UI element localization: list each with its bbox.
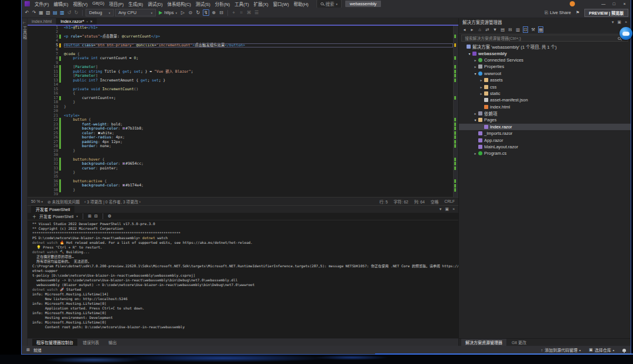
- maximize-button[interactable]: □: [609, 1, 619, 8]
- menu-item[interactable]: 编辑(E): [52, 1, 71, 7]
- terminal-settings-gear-icon[interactable]: ⚙: [108, 214, 111, 219]
- solution-explorer-search[interactable]: 搜索解决方案资源管理器(Ctrl+;) ▾: [461, 35, 628, 42]
- menu-item[interactable]: 调试(D): [145, 1, 165, 7]
- expander-closed-icon[interactable]: ▸: [479, 85, 484, 89]
- editor-tab[interactable]: Index.razor*▫×: [56, 18, 97, 25]
- preview-selected-icon[interactable]: ⊡: [523, 26, 528, 33]
- tree-item[interactable]: ▸assets: [459, 77, 631, 83]
- tree-item[interactable]: index.html: [459, 104, 631, 110]
- panel-tab[interactable]: 解决方案资源管理器: [461, 339, 506, 346]
- nav-back-icon[interactable]: ↶: [24, 10, 30, 15]
- home-icon[interactable]: ⌂: [477, 27, 482, 32]
- codelens-changes[interactable]: ‹ 3 项更改 | 0 名作者, 3 项更改 ›: [84, 199, 141, 205]
- menu-item[interactable]: 生成(B): [126, 1, 145, 7]
- float-panel-icon[interactable]: ▣: [617, 20, 621, 25]
- tree-item[interactable]: App.razor: [459, 137, 631, 143]
- save-icon[interactable]: ▤: [52, 10, 58, 15]
- expander-closed-icon[interactable]: ▸: [473, 151, 478, 155]
- switch-icon[interactable]: ▤: [500, 27, 505, 32]
- undo-icon[interactable]: ↺: [66, 10, 72, 15]
- attach-icon[interactable]: ⊕: [211, 10, 217, 15]
- expander-closed-icon[interactable]: ▸: [473, 64, 478, 69]
- tree-item[interactable]: asset-manifest.json: [459, 97, 631, 103]
- tree-item[interactable]: ▸Program.cs: [459, 150, 631, 157]
- close-icon[interactable]: ×: [90, 19, 93, 23]
- web-browser-icon[interactable]: ⊙: [188, 10, 193, 15]
- tree-item[interactable]: ▸Connected Services: [459, 57, 631, 63]
- expander-closed-icon[interactable]: ▸: [473, 58, 478, 62]
- editor-annotation-scrollbar[interactable]: [453, 26, 458, 197]
- new-project-icon[interactable]: ▦: [38, 10, 44, 15]
- hot-reload-icon[interactable]: ↯: [203, 9, 209, 16]
- tool-window-tab[interactable]: 程序包管理器控制台: [32, 339, 77, 346]
- tree-item[interactable]: ▾wwwroot: [459, 70, 631, 77]
- tree-item[interactable]: ▸依赖项: [459, 110, 631, 117]
- run-button[interactable]: ▶ https ▾: [157, 10, 179, 15]
- terminal-profile-label[interactable]: 开发者 PowerShell: [39, 213, 73, 219]
- quick-search-box[interactable]: 搜索 ▾: [316, 0, 342, 8]
- close-icon[interactable]: ×: [625, 20, 627, 25]
- menu-item[interactable]: 视图(V): [71, 1, 90, 7]
- eol-indicator[interactable]: CRLF: [444, 199, 455, 203]
- menu-item[interactable]: 扩展(X): [251, 1, 271, 7]
- menu-item[interactable]: 工具(T): [232, 1, 251, 7]
- expander-closed-icon[interactable]: ▸: [479, 78, 484, 82]
- back-icon[interactable]: ◂: [462, 27, 467, 32]
- tree-item[interactable]: ▸css: [459, 83, 631, 90]
- caret-col-indicator[interactable]: 列: 64: [414, 199, 425, 205]
- show-all-files-icon[interactable]: ▦: [538, 26, 543, 33]
- tree-item[interactable]: ▾webassembly: [459, 50, 631, 56]
- toolbox-tab-icon[interactable]: ⊢: [23, 21, 26, 25]
- new-terminal-icon[interactable]: ＋: [32, 213, 36, 219]
- tree-item[interactable]: MainLayout.razor: [459, 144, 631, 150]
- save-all-icon[interactable]: ▥: [59, 10, 65, 15]
- menu-item[interactable]: 文件(F): [32, 1, 52, 7]
- menu-item[interactable]: 分析(N): [213, 1, 232, 7]
- platform-dropdown[interactable]: Any CPU ▾: [115, 9, 156, 16]
- bookmark-next-icon[interactable]: ⌘: [246, 10, 252, 15]
- expander-open-icon[interactable]: ▾: [467, 52, 472, 56]
- tool-window-tab[interactable]: 错误列表: [79, 339, 103, 346]
- add-to-source-control-button[interactable]: ↑ 添加到源代码管理 ▴: [541, 347, 581, 353]
- panel-tab[interactable]: Git 更改: [508, 339, 530, 346]
- floating-assistant-bubble[interactable]: [620, 27, 632, 40]
- expander-closed-icon[interactable]: ▸: [473, 111, 478, 115]
- menu-item[interactable]: 测试(S): [193, 1, 213, 7]
- split-terminal-icon[interactable]: ⊞: [88, 214, 91, 219]
- open-file-icon[interactable]: ▧: [45, 10, 51, 15]
- minimize-button[interactable]: —: [598, 1, 608, 8]
- indent-mode-indicator[interactable]: 空格: [431, 199, 439, 205]
- wrench-icon[interactable]: ⚒: [530, 27, 536, 32]
- outline-icon[interactable]: ⊟: [219, 10, 224, 15]
- chevron-down-icon[interactable]: ▾: [612, 20, 614, 25]
- live-share-button[interactable]: ⎘ Live Share: [544, 10, 571, 16]
- pin-icon[interactable]: ▫: [87, 20, 88, 23]
- tree-item[interactable]: Index.razor: [459, 124, 631, 130]
- kill-terminal-icon[interactable]: ⊟: [94, 214, 98, 219]
- tree-item[interactable]: ▾Pages: [459, 117, 631, 123]
- start-no-debug-icon[interactable]: ▷: [180, 10, 186, 15]
- tree-item[interactable]: 解决方案 'webassembly' (1 个项目, 共 1 个): [459, 43, 631, 50]
- select-repository-button[interactable]: ▣ 选择仓库 ▴: [589, 347, 614, 353]
- close-icon[interactable]: ×: [452, 207, 455, 212]
- chevron-down-icon[interactable]: ▾: [76, 215, 78, 218]
- collapse-all-icon[interactable]: ⊟: [508, 27, 513, 32]
- sync-icon[interactable]: ⇄: [485, 27, 490, 32]
- filter-icon[interactable]: ▼: [492, 27, 498, 32]
- bookmark-prev-icon[interactable]: ⌗: [239, 10, 244, 16]
- expander-open-icon[interactable]: ▾: [473, 118, 478, 122]
- feedback-icon[interactable]: ⚑: [576, 10, 580, 15]
- caret-line-indicator[interactable]: 行: 5: [379, 199, 387, 205]
- document-health-indicator[interactable]: ⊘ 未找到相关问题: [47, 199, 80, 205]
- tree-item[interactable]: ▸Properties: [459, 63, 631, 70]
- code-editor[interactable]: 1<h1>@Title</h1>23<p role="status">点击数量:…: [28, 26, 458, 197]
- chevron-down-icon[interactable]: ▾: [440, 207, 442, 212]
- debug-config-dropdown[interactable]: Debug ▾: [86, 9, 114, 16]
- properties-icon[interactable]: ▥: [515, 27, 520, 32]
- terminal-tab[interactable]: 开发者 PowerShell: [31, 206, 74, 213]
- notifications-badge-icon[interactable]: [570, 1, 575, 6]
- toolbox-vertical-tab[interactable]: 工具箱: [22, 26, 28, 40]
- expander-open-icon[interactable]: ▾: [473, 72, 478, 76]
- bookmark-list-icon[interactable]: ☰: [254, 10, 260, 15]
- refresh-icon[interactable]: ↻: [195, 10, 201, 15]
